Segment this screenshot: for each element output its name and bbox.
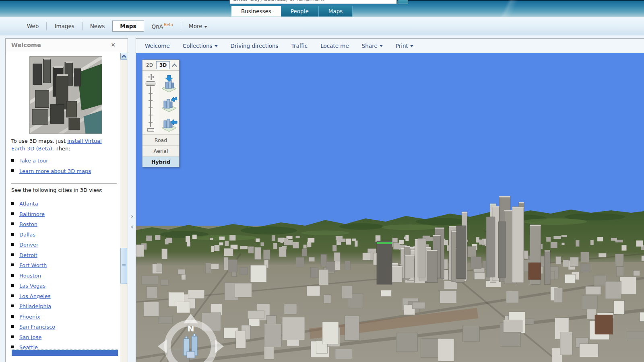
list-item: Los Angeles xyxy=(11,293,55,299)
sidebar-collapse-handle[interactable]: ›‹ xyxy=(129,211,135,235)
city-link-san-francisco[interactable]: San Francisco xyxy=(19,324,55,330)
cities-heading: See the following cities in 3D view: xyxy=(11,187,103,193)
city-link-fort-worth[interactable]: Fort Worth xyxy=(19,262,47,268)
style-hybrid-button[interactable]: Hybrid xyxy=(142,156,179,167)
chevron-down-icon xyxy=(215,45,218,47)
list-item: Fort Worth xyxy=(11,262,55,268)
toolbar-collections[interactable]: Collections xyxy=(176,43,224,49)
nav-tab-images[interactable]: Images xyxy=(47,21,82,32)
toolbar-welcome[interactable]: Welcome xyxy=(138,43,176,49)
list-item: Detroit xyxy=(11,252,55,258)
chevron-down-icon xyxy=(410,45,413,47)
bullet-icon xyxy=(11,233,14,236)
city-link-dallas[interactable]: Dallas xyxy=(19,232,35,238)
toolbar-traffic[interactable]: Traffic xyxy=(285,43,314,49)
mode-2d-button[interactable]: 2D xyxy=(144,62,155,69)
toolbar-driving-directions[interactable]: Driving directions xyxy=(224,43,285,49)
sidebar-scrollbar-track[interactable] xyxy=(120,53,127,362)
list-item: Houston xyxy=(11,273,55,279)
chevron-down-icon xyxy=(380,45,383,47)
map-3d-scene[interactable]: N xyxy=(136,53,644,362)
welcome-panel: Welcome × To use 3D map xyxy=(5,38,128,362)
list-item: Baltimore xyxy=(11,211,55,217)
bullet-icon xyxy=(11,202,14,205)
bullet-icon xyxy=(11,212,14,215)
take-a-tour-link[interactable]: Take a tour xyxy=(19,158,48,164)
map-panel: Welcome Collections Driving directions T… xyxy=(136,38,644,362)
list-item: Phoenix xyxy=(11,314,55,320)
scope-tabs: Businesses People Maps xyxy=(231,6,353,16)
beta-badge: Beta xyxy=(164,23,173,27)
learn-more-link[interactable]: Learn more about 3D maps xyxy=(19,168,91,174)
bullet-icon xyxy=(11,294,14,297)
mode-3d-button[interactable]: 3D xyxy=(156,61,170,69)
style-aerial-button[interactable]: Aerial xyxy=(142,145,179,156)
nav-tab-news[interactable]: News xyxy=(83,21,112,32)
city-link-boston[interactable]: Boston xyxy=(19,221,37,227)
list-item: San Francisco xyxy=(11,324,55,330)
city-link-los-angeles[interactable]: Los Angeles xyxy=(19,293,51,299)
city-link-philadelphia[interactable]: Philadelphia xyxy=(19,303,51,309)
list-item: Dallas xyxy=(11,232,55,238)
zoom-slider-handle[interactable] xyxy=(145,81,156,86)
welcome-panel-header: Welcome × xyxy=(6,39,128,52)
bullet-icon xyxy=(11,243,14,246)
view-topdown-button[interactable] xyxy=(161,75,178,93)
bullet-icon xyxy=(11,335,14,338)
bullet-icon xyxy=(11,346,14,348)
nav-tab-qna[interactable]: QnABeta xyxy=(144,20,181,32)
list-item: Atlanta xyxy=(11,201,55,207)
collapse-panel-icon[interactable] xyxy=(171,62,177,68)
bullet-icon xyxy=(11,315,14,318)
list-item: San Jose xyxy=(11,334,55,340)
bullet-icon xyxy=(11,304,14,307)
style-road-button[interactable]: Road xyxy=(142,134,179,145)
tab-people[interactable]: People xyxy=(281,6,319,16)
map-viewport[interactable]: N 2D 3D xyxy=(136,53,644,362)
city-link-denver[interactable]: Denver xyxy=(19,242,38,248)
intro-text: To use 3D maps, just install Virtual Ear… xyxy=(11,138,117,153)
city-link-atlanta[interactable]: Atlanta xyxy=(19,201,38,207)
bullet-icon xyxy=(11,159,14,162)
sidebar-scrollbar-thumb[interactable] xyxy=(120,248,127,284)
view-street-button[interactable] xyxy=(161,114,178,132)
toolbar-share[interactable]: Share xyxy=(355,43,389,49)
bullet-icon xyxy=(11,274,14,277)
search-button[interactable] xyxy=(398,0,408,4)
panel-title: Welcome xyxy=(11,42,41,48)
nav-tab-more[interactable]: More xyxy=(181,21,215,32)
scroll-up-button[interactable] xyxy=(120,53,127,60)
city-link-detroit[interactable]: Detroit xyxy=(19,252,37,258)
bullet-icon xyxy=(11,253,14,256)
zoom-slider xyxy=(142,72,159,132)
bullet-icon xyxy=(11,263,14,266)
view-birdseye-button[interactable] xyxy=(161,95,178,112)
city-list: Atlanta Baltimore Boston Dallas Denver D… xyxy=(11,201,55,355)
zoom-out-button[interactable] xyxy=(147,128,154,132)
bullet-icon xyxy=(11,284,14,287)
tab-maps-scope[interactable]: Maps xyxy=(319,6,353,16)
city-link-san-jose[interactable]: San Jose xyxy=(19,334,41,340)
zoom-in-button[interactable] xyxy=(148,74,154,80)
list-item: Philadelphia xyxy=(11,303,55,309)
toolbar-print[interactable]: Print xyxy=(389,43,420,49)
search-input[interactable] xyxy=(229,0,397,4)
city-3d-thumbnail xyxy=(29,56,102,134)
bullet-icon xyxy=(11,222,14,225)
city-link-baltimore[interactable]: Baltimore xyxy=(19,211,45,217)
city-link-las-vegas[interactable]: Las Vegas xyxy=(19,283,45,289)
bullet-icon xyxy=(11,325,14,328)
sidebar-highlighted-row[interactable] xyxy=(12,350,118,356)
list-item: Boston xyxy=(11,221,55,227)
toolbar-locate-me[interactable]: Locate me xyxy=(314,43,355,49)
bullet-icon xyxy=(11,169,14,172)
close-icon[interactable]: × xyxy=(111,41,116,48)
nav-tab-web[interactable]: Web xyxy=(19,21,46,32)
city-link-phoenix[interactable]: Phoenix xyxy=(19,314,40,320)
chevron-down-icon xyxy=(204,26,207,28)
zoom-slider-track[interactable] xyxy=(149,86,153,127)
city-link-houston[interactable]: Houston xyxy=(19,273,41,279)
map-control-panel: 2D 3D xyxy=(142,60,180,167)
nav-tab-maps[interactable]: Maps xyxy=(112,21,144,32)
tab-businesses[interactable]: Businesses xyxy=(231,6,281,16)
